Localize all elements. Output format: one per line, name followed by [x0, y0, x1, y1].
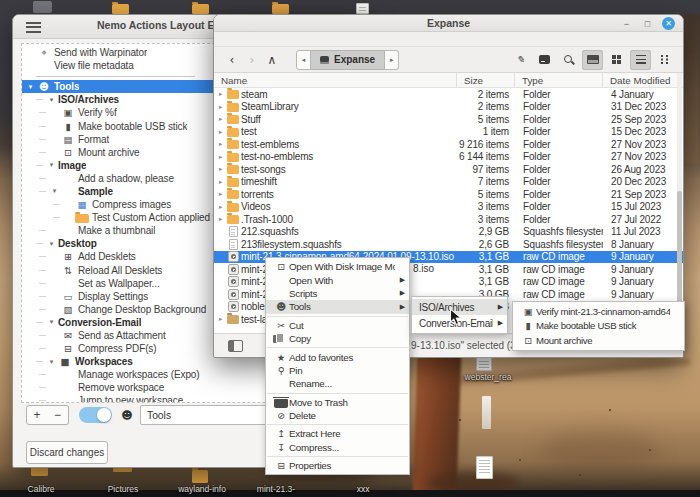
column-header[interactable]: Date Modified ▾ [603, 73, 683, 87]
scrollbar-thumb[interactable] [677, 191, 682, 311]
expander-icon[interactable]: ▾ [45, 358, 58, 366]
context-menu-item[interactable]: Delete ▶ [266, 409, 409, 422]
row-expander-icon[interactable]: ▸ [214, 190, 225, 198]
hamburger-menu-icon[interactable] [26, 22, 41, 33]
discard-changes-button[interactable]: Discard changes [26, 441, 108, 464]
context-menu-item[interactable]: Compress... ▶ [266, 441, 409, 454]
expander-icon[interactable]: ▾ [24, 83, 37, 91]
row-expander-icon[interactable]: ▸ [214, 140, 225, 148]
file-row[interactable]: ▸ 212.squashfs 2,9 GB Squashfs filesyste… [214, 226, 683, 239]
file-row[interactable]: ▸ timeshift 7 items Folder 20 Dec 2023 [214, 176, 683, 189]
context-menu-item[interactable]: Pin ▶ [266, 364, 409, 377]
add-row-button[interactable]: + [26, 405, 48, 425]
file-row[interactable]: ▸ Videos 3 items Folder 15 Jul 2023 [214, 201, 683, 214]
file-row[interactable]: ▸ test-no-emblems 6 144 items Folder 27 … [214, 151, 683, 164]
breadcrumb-expanse-button[interactable]: Expanse [310, 51, 385, 69]
submenu-item[interactable]: Verify mint-21.3-cinnamon-amd64-2024.01.… [513, 304, 684, 319]
warpinator-icon [37, 47, 51, 59]
enabled-toggle[interactable] [79, 407, 112, 423]
row-expander-icon[interactable]: ▸ [214, 315, 225, 323]
toolbar-button[interactable] [630, 50, 651, 70]
desktop-app-icon[interactable] [33, 1, 52, 13]
context-menu-item[interactable]: Open With Disk Image Mounter2 ▶ [266, 260, 409, 273]
context-menu-item[interactable]: Add to favorites ▶ [266, 350, 409, 363]
context-menu-item[interactable]: Move to Trash ▶ [266, 396, 409, 409]
minimize-button[interactable]: − [620, 17, 633, 30]
file-row[interactable]: ▸ test 1 item Folder 15 Dec 2023 [214, 126, 683, 139]
column-header[interactable]: Size ▾ [457, 73, 515, 87]
submenu-item[interactable]: Conversion-Email ▶ [412, 315, 507, 331]
toolbar-button[interactable] [534, 50, 555, 70]
row-expander-icon[interactable]: ▸ [214, 103, 225, 111]
file-size: 97 items [457, 164, 515, 175]
expander-icon[interactable]: ▾ [45, 161, 58, 169]
expander-icon[interactable]: ▾ [45, 96, 58, 104]
row-expander-icon[interactable]: ▸ [214, 215, 225, 223]
toolbar-button[interactable] [582, 50, 603, 70]
desktop-folder-icon[interactable] [192, 470, 208, 483]
scrollbar[interactable] [677, 73, 682, 333]
toolbar-button[interactable] [558, 50, 579, 70]
desktop-folder-icon[interactable] [192, 4, 209, 14]
breadcrumb-left-icon[interactable]: ◂ [297, 51, 310, 69]
up-button[interactable]: ∧ [262, 50, 282, 70]
row-expander-icon[interactable]: ▸ [214, 165, 225, 173]
desktop-file-icon[interactable] [356, 3, 369, 14]
desktop-label-wayland[interactable]: wayland-info [178, 484, 226, 494]
context-menu-item[interactable]: Open With ▶ [266, 273, 409, 286]
submenu-item[interactable]: Mount archive ▶ [513, 333, 684, 348]
drive-icon [320, 56, 329, 64]
toolbar-button[interactable] [606, 50, 627, 70]
row-expander-icon[interactable]: ▸ [214, 178, 225, 186]
expander-icon[interactable]: ▾ [45, 318, 58, 326]
close-button[interactable]: ✕ [662, 17, 675, 30]
desktop-file-icon[interactable] [476, 456, 493, 479]
column-header[interactable]: Name ▾ [214, 73, 457, 87]
submenu-item[interactable]: Make bootable USB stick ▶ [513, 319, 684, 334]
expander-icon[interactable]: ▾ [48, 187, 61, 195]
expander-icon[interactable]: ▾ [45, 240, 58, 248]
desktop-label-calibre[interactable]: Calibre [28, 484, 55, 494]
file-size: 3 items [457, 214, 515, 225]
desktop-file-webster-icon[interactable] [476, 357, 492, 371]
context-menu-item[interactable]: Scripts ▶ [266, 287, 409, 300]
context-menu-item[interactable]: Extract Here ▶ [266, 427, 409, 440]
context-menu-item[interactable]: Copy ▶ [266, 332, 409, 345]
context-menu-item[interactable]: Tools ▶ [266, 300, 409, 313]
file-row[interactable]: ▸ 213filesystem.squashfs 2,6 GB Squashfs… [214, 238, 683, 251]
row-expander-icon[interactable]: ▸ [214, 153, 225, 161]
file-row[interactable]: ▸ test-songs 97 items Folder 26 Aug 2023 [214, 163, 683, 176]
row-expander-icon[interactable]: ▸ [214, 90, 225, 98]
desktop-folder-icon[interactable] [272, 4, 289, 14]
remove-row-button[interactable]: − [47, 405, 69, 425]
file-row[interactable]: ▸ steam 2 items Folder 4 January [214, 88, 683, 101]
desktop-label-webster[interactable]: webster_rea [465, 372, 512, 382]
expanse-titlebar[interactable]: Expanse − □ ✕ [214, 15, 683, 32]
context-menu-item[interactable]: Rename... ▶ [266, 377, 409, 390]
row-expander-icon[interactable]: ▸ [214, 128, 225, 136]
context-menu-item[interactable]: Cut ▶ [266, 319, 409, 332]
maximize-button[interactable]: □ [641, 17, 654, 30]
file-row[interactable]: ▸ test-emblems 9 216 items Folder 27 Nov… [214, 138, 683, 151]
smiley-icon[interactable]: ☻ [117, 405, 137, 425]
desktop-label-pictures[interactable]: Pictures [108, 484, 139, 494]
file-row[interactable]: ▸ torrents 5 items Folder 21 Sep 2023 [214, 188, 683, 201]
sidebar-toggle-icon[interactable] [228, 340, 243, 352]
toolbar-button[interactable] [510, 50, 531, 70]
back-button[interactable]: ‹ [222, 50, 242, 70]
forward-button[interactable]: › [242, 50, 262, 70]
file-type: Folder [515, 151, 603, 162]
desktop-label-xxx[interactable]: xxx [357, 484, 370, 494]
toolbar-button[interactable] [654, 50, 675, 70]
row-expander-icon[interactable]: ▸ [214, 203, 225, 211]
breadcrumb-right-icon[interactable]: ▸ [385, 51, 398, 69]
context-menu-item[interactable]: Properties ▶ [266, 459, 409, 472]
submenu-item[interactable]: ISO/Archives ▶ [412, 299, 507, 315]
row-expander-icon[interactable]: ▸ [214, 115, 225, 123]
file-row[interactable]: ▸ Stuff 5 items Folder 25 Sep 2023 [214, 113, 683, 126]
file-row[interactable]: ▸ SteamLibrary 2 items Folder 31 Dec 202… [214, 101, 683, 114]
column-header[interactable]: Type ▾ [515, 73, 603, 87]
desktop-folder-icon[interactable] [112, 4, 129, 14]
file-row[interactable]: ▸ .Trash-1000 3 items Folder 27 Jul 2022 [214, 213, 683, 226]
desktop-label-mint[interactable]: mint-21.3- [257, 484, 295, 494]
